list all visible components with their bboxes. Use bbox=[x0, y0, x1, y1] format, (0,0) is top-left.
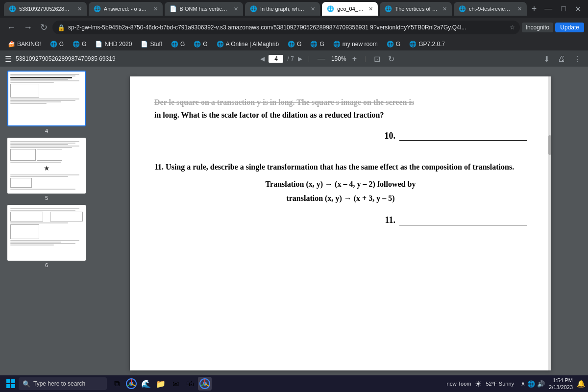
bookmark-stuff[interactable]: 📄 Stuff bbox=[137, 40, 166, 49]
bookmark-g6[interactable]: 🌐 G bbox=[306, 40, 328, 49]
tab-5-active[interactable]: 🌐 geo_04_02 ✕ bbox=[322, 2, 378, 16]
fit-button[interactable]: ⊡ bbox=[372, 53, 382, 65]
question-11-num: 11. bbox=[385, 215, 395, 225]
page-forward-icon[interactable]: ▶ bbox=[298, 55, 302, 62]
incognito-button[interactable]: Incognito bbox=[522, 23, 554, 32]
new-tab-button[interactable]: + bbox=[529, 4, 540, 14]
tab-close-1[interactable]: ✕ bbox=[77, 6, 82, 12]
lock-icon: 🔒 bbox=[57, 24, 65, 31]
sidebar-page-5[interactable]: ★ 5 bbox=[7, 138, 86, 201]
taskbar-app-mail[interactable]: ✉ bbox=[169, 377, 182, 391]
tab-close-4[interactable]: ✕ bbox=[311, 6, 315, 12]
partial-top-text: Der le square on a transaction y is in l… bbox=[154, 96, 527, 121]
sidebar-thumb-4 bbox=[7, 71, 86, 126]
translation-1: Translation (x, y) → (x – 4, y – 2) foll… bbox=[154, 177, 527, 192]
taskbar-app-store[interactable]: 🛍 bbox=[183, 377, 197, 391]
close-button[interactable]: ✕ bbox=[572, 3, 584, 15]
pdf-page: Der le square on a transaction y is in l… bbox=[130, 76, 551, 370]
weather-text: 52°F Sunny bbox=[486, 381, 514, 387]
rotate-button[interactable]: ↻ bbox=[386, 53, 396, 65]
back-button[interactable]: ← bbox=[4, 21, 19, 35]
url-text: sp-2-gw-lms-5b945b2a-8750-46dc-b7bd-c791… bbox=[68, 24, 507, 31]
pdf-content[interactable]: Der le square on a transaction y is in l… bbox=[93, 67, 588, 375]
sidebar-page-num-6: 6 bbox=[45, 262, 48, 268]
bookmark-nhd[interactable]: 📄 NHD 2020 bbox=[91, 40, 136, 49]
bookmark-icon: 🌐 bbox=[73, 41, 80, 48]
tab-close-6[interactable]: ✕ bbox=[442, 6, 447, 12]
tab-close-5[interactable]: ✕ bbox=[368, 6, 373, 12]
print-button[interactable]: 🖨 bbox=[556, 53, 567, 64]
speaker-icon[interactable]: 🔊 bbox=[537, 380, 545, 388]
explorer-icon: 📁 bbox=[156, 379, 166, 389]
bookmark-icon: 🌐 bbox=[50, 41, 57, 48]
bookmark-g1[interactable]: 🌐 G bbox=[46, 40, 68, 49]
taskbar-app-explorer[interactable]: 📁 bbox=[154, 377, 168, 391]
bookmark-g7[interactable]: 🌐 G bbox=[383, 40, 404, 49]
taskbar-app-task-view[interactable]: ⧉ bbox=[110, 377, 123, 391]
chevron-icon[interactable]: ∧ bbox=[521, 380, 525, 387]
zoom-out-button[interactable]: — bbox=[316, 53, 327, 64]
time-display: 1:54 PM bbox=[549, 377, 573, 384]
date-display: 2/13/2023 bbox=[549, 384, 573, 391]
pdf-page-input[interactable] bbox=[269, 55, 283, 63]
page-back-icon[interactable]: ◀ bbox=[260, 55, 265, 62]
tab-4[interactable]: 🌐 In the graph, wha... ✕ bbox=[245, 2, 320, 16]
star-icon[interactable]: ☆ bbox=[510, 24, 515, 31]
scrollbar-thumb[interactable] bbox=[548, 135, 551, 155]
svg-rect-1 bbox=[11, 379, 15, 383]
tab-icon-2: 🌐 bbox=[94, 5, 101, 12]
question-10-answer-row: 10. bbox=[154, 131, 527, 141]
thumb-content-5: ★ bbox=[8, 139, 85, 193]
maximize-button[interactable]: □ bbox=[558, 3, 569, 14]
tab-3[interactable]: 📄 B ONM has vertice... ✕ bbox=[165, 2, 243, 16]
bookmark-g2[interactable]: 🌐 G bbox=[69, 40, 90, 49]
tab-7[interactable]: 🌐 ch.-9-test-review... ✕ bbox=[454, 2, 527, 16]
tab-close-7[interactable]: ✕ bbox=[517, 6, 522, 12]
taskbar-app-chrome[interactable] bbox=[124, 377, 138, 391]
download-button[interactable]: ⬇ bbox=[541, 53, 552, 65]
start-button[interactable] bbox=[3, 376, 19, 392]
notification-icon[interactable]: 🔔 bbox=[577, 380, 585, 388]
minimize-button[interactable]: — bbox=[541, 3, 555, 14]
tab-close-2[interactable]: ✕ bbox=[153, 6, 158, 12]
svg-rect-3 bbox=[11, 384, 15, 388]
thumb-content-6 bbox=[8, 206, 85, 260]
taskbar-clock[interactable]: 1:54 PM 2/13/2023 bbox=[549, 377, 573, 391]
refresh-button[interactable]: ↻ bbox=[37, 20, 50, 35]
tab-1[interactable]: 🌐 5381092790526289987... ✕ bbox=[4, 2, 87, 16]
bookmark-newroom[interactable]: 🌐 my new room bbox=[329, 40, 382, 49]
bookmarks-bar: 🍰 BAKING! 🌐 G 🌐 G 📄 NHD 2020 📄 Stuff 🌐 G… bbox=[0, 37, 588, 51]
question-11-text: 11. Using a rule, describe a single tran… bbox=[154, 161, 527, 173]
taskbar-app-edge[interactable]: 🌊 bbox=[139, 377, 153, 391]
page-separator: / 7 bbox=[287, 55, 294, 62]
address-bar[interactable]: 🔒 sp-2-gw-lms-5b945b2a-8750-46dc-b7bd-c7… bbox=[52, 21, 520, 34]
tab-6[interactable]: 🌐 The vertices of t... ✕ bbox=[380, 2, 451, 16]
more-options-button[interactable]: ⋮ bbox=[571, 53, 583, 65]
tab-2[interactable]: 🌐 Answered: - o se... ✕ bbox=[89, 2, 163, 16]
question-11-answer-row: 11. bbox=[154, 215, 527, 225]
bookmark-baking[interactable]: 🍰 BAKING! bbox=[4, 40, 45, 49]
search-placeholder: Type here to search bbox=[33, 380, 85, 387]
bookmark-icon: 🌐 bbox=[310, 41, 318, 48]
bookmark-g3[interactable]: 🌐 G bbox=[167, 40, 189, 49]
answer-line-10 bbox=[399, 131, 527, 141]
bookmark-g5[interactable]: 🌐 G bbox=[284, 40, 305, 49]
pdf-sidebar: 4 ★ bbox=[0, 67, 93, 375]
bookmark-icon: 🌐 bbox=[387, 41, 394, 48]
forward-button[interactable]: → bbox=[21, 21, 35, 35]
taskbar-search[interactable]: 🔍 Type here to search bbox=[19, 377, 107, 390]
taskbar-app-chrome2[interactable] bbox=[198, 377, 212, 391]
bookmark-g4[interactable]: 🌐 G bbox=[190, 40, 211, 49]
bookmark-online[interactable]: 🌐 A Online | AlMaghrib bbox=[213, 40, 283, 49]
bookmark-gp[interactable]: 🌐 GP7.2.0.7 bbox=[405, 40, 449, 49]
menu-icon[interactable]: ☰ bbox=[5, 54, 12, 64]
sidebar-page-4[interactable]: 4 bbox=[7, 71, 86, 134]
sidebar-page-num-4: 4 bbox=[45, 128, 48, 134]
tab-close-3[interactable]: ✕ bbox=[234, 6, 238, 12]
zoom-in-button[interactable]: + bbox=[350, 53, 359, 64]
sidebar-page-6[interactable]: 6 bbox=[7, 205, 86, 268]
update-button[interactable]: Update bbox=[555, 23, 584, 32]
network-icon[interactable]: 🌐 bbox=[527, 380, 535, 388]
page-scrollbar bbox=[548, 76, 551, 370]
search-icon: 🔍 bbox=[23, 380, 30, 388]
